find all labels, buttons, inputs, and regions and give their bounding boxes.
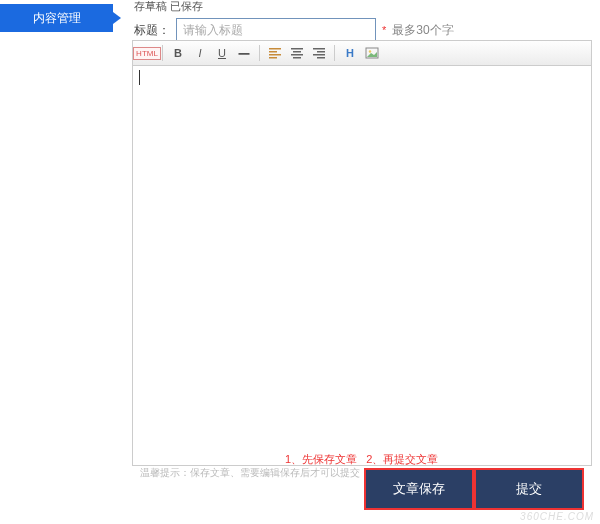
toolbar-underline-button[interactable]: U <box>212 43 232 63</box>
toolbar-html-button[interactable]: HTML <box>137 43 157 63</box>
toolbar-separator <box>334 45 335 61</box>
text-cursor <box>139 70 140 85</box>
rich-editor: HTML B I U — H <box>132 40 592 466</box>
top-status-row: 存草稿 已保存 <box>134 0 600 12</box>
svg-rect-1 <box>269 51 277 53</box>
helper-text: 温馨提示：保存文章、需要编辑保存后才可以提交 <box>140 466 360 480</box>
svg-rect-5 <box>293 51 301 53</box>
sidebar-tab-content-management[interactable]: 内容管理 <box>0 4 113 32</box>
svg-rect-7 <box>293 57 301 59</box>
title-input[interactable] <box>176 18 376 42</box>
toolbar-strike-button[interactable]: — <box>234 43 254 63</box>
align-center-icon[interactable] <box>287 43 307 63</box>
title-hint-text: 最多30个字 <box>392 22 453 39</box>
save-article-button[interactable]: 文章保存 <box>366 470 472 508</box>
toolbar-italic-button[interactable]: I <box>190 43 210 63</box>
svg-rect-8 <box>313 48 325 50</box>
title-label: 标题： <box>134 22 170 39</box>
editor-textarea[interactable] <box>132 66 592 466</box>
note-step2: 2、再提交文章 <box>366 453 438 465</box>
toolbar-separator <box>162 45 163 61</box>
note-step1: 1、先保存文章 <box>285 453 357 465</box>
align-left-icon[interactable] <box>265 43 285 63</box>
svg-rect-2 <box>269 54 281 56</box>
watermark-text: 360CHE.COM <box>520 511 594 522</box>
svg-point-13 <box>369 50 371 52</box>
svg-rect-10 <box>313 54 325 56</box>
submit-article-button[interactable]: 提交 <box>476 470 582 508</box>
editor-toolbar: HTML B I U — H <box>132 40 592 66</box>
toolbar-separator <box>259 45 260 61</box>
svg-rect-0 <box>269 48 281 50</box>
svg-rect-6 <box>291 54 303 56</box>
instruction-notes: 1、先保存文章 2、再提交文章 <box>285 452 444 467</box>
align-right-icon[interactable] <box>309 43 329 63</box>
svg-rect-3 <box>269 57 277 59</box>
svg-rect-4 <box>291 48 303 50</box>
image-insert-icon[interactable] <box>362 43 382 63</box>
html-tag-label: HTML <box>133 47 161 60</box>
toolbar-heading-button[interactable]: H <box>340 43 360 63</box>
svg-rect-11 <box>317 57 325 59</box>
button-row: 文章保存 提交 <box>366 470 582 508</box>
toolbar-bold-button[interactable]: B <box>168 43 188 63</box>
sidebar-tab-label: 内容管理 <box>33 10 81 27</box>
title-row: 标题： * 最多30个字 <box>134 18 600 42</box>
title-hint-star: * <box>382 24 386 36</box>
svg-rect-9 <box>317 51 325 53</box>
